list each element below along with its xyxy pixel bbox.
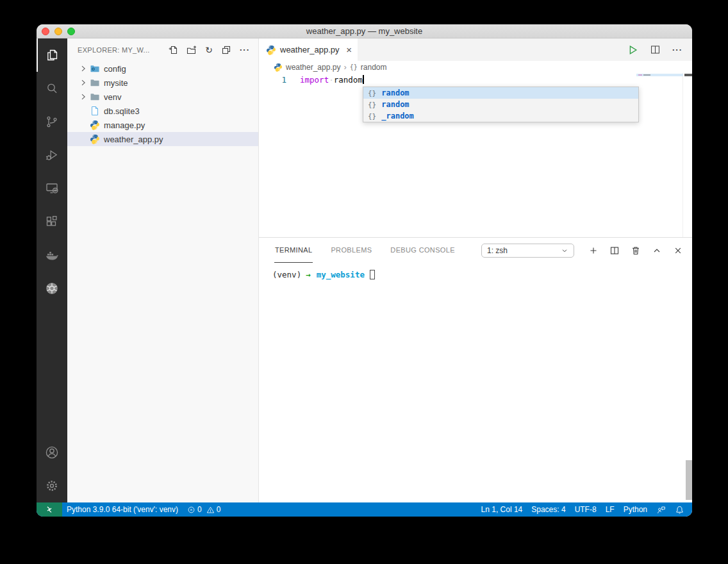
accounts-icon[interactable] bbox=[37, 436, 67, 469]
breadcrumb-symbol[interactable]: random bbox=[361, 63, 387, 72]
suggest-label: random bbox=[381, 100, 409, 109]
terminal-shell-select[interactable]: 1: zsh bbox=[481, 244, 574, 258]
line-number: 1 bbox=[259, 74, 286, 86]
notifications-bell-icon[interactable] bbox=[670, 502, 689, 517]
folder-icon bbox=[90, 92, 100, 102]
more-editor-actions-icon[interactable]: ··· bbox=[672, 46, 682, 54]
title-bar: weather_app.py — my_website bbox=[37, 24, 692, 38]
panel-tabs: TERMINAL PROBLEMS DEBUG CONSOLE bbox=[274, 238, 456, 263]
indentation-status[interactable]: Spaces: 4 bbox=[527, 502, 570, 517]
namespace-icon: {} bbox=[368, 112, 376, 120]
tree-item-label: weather_app.py bbox=[104, 135, 163, 144]
tree-item-db-sqlite3[interactable]: db.sqlite3 bbox=[67, 104, 258, 118]
close-tab-icon[interactable]: × bbox=[346, 45, 352, 54]
collapse-folders-icon[interactable] bbox=[221, 45, 231, 55]
workbench: EXPLORER: MY_W... ↻ ··· config bbox=[37, 38, 692, 502]
terminal-view[interactable]: (venv) → my_website bbox=[259, 263, 692, 502]
terminal-prompt-line: (venv) → my_website bbox=[272, 269, 692, 280]
folder-icon bbox=[90, 78, 100, 88]
tab-weather-app-py[interactable]: weather_app.py × bbox=[259, 38, 358, 61]
indent-spacer bbox=[78, 106, 88, 116]
code-module: random bbox=[334, 75, 363, 85]
chevron-right-icon[interactable] bbox=[78, 92, 88, 102]
text-cursor bbox=[363, 75, 364, 84]
breadcrumb-file[interactable]: weather_app.py bbox=[286, 63, 340, 72]
close-panel-icon[interactable] bbox=[673, 245, 683, 256]
chevron-right-icon[interactable] bbox=[78, 63, 88, 74]
minimap-current-line bbox=[636, 74, 683, 76]
namespace-icon: {} bbox=[368, 101, 376, 109]
maximize-panel-icon[interactable] bbox=[652, 245, 662, 256]
terminal-venv: (venv) bbox=[272, 269, 301, 280]
indent-spacer bbox=[78, 120, 88, 130]
warning-icon bbox=[206, 506, 215, 514]
breadcrumb: weather_app.py › {} random bbox=[259, 61, 692, 73]
vscode-window: weather_app.py — my_website bbox=[37, 24, 692, 517]
run-python-file-icon[interactable] bbox=[627, 44, 638, 56]
language-mode-status[interactable]: Python bbox=[619, 502, 652, 517]
terminal-cursor bbox=[370, 270, 375, 279]
suggest-label: random bbox=[381, 88, 409, 97]
namespace-icon: {} bbox=[350, 63, 358, 70]
feedback-icon[interactable] bbox=[652, 502, 670, 517]
overview-ruler-cursor-mark bbox=[684, 74, 692, 76]
window-title: weather_app.py — my_website bbox=[37, 24, 692, 38]
tree-item-weather-app-py[interactable]: weather_app.py bbox=[67, 132, 258, 146]
explorer-title: EXPLORER: MY_W... bbox=[78, 46, 168, 54]
remote-indicator[interactable] bbox=[37, 502, 62, 517]
python-file-icon bbox=[266, 45, 276, 55]
namespace-icon: {} bbox=[368, 89, 376, 97]
tree-item-config[interactable]: config bbox=[67, 62, 258, 76]
status-bar: Python 3.9.0 64-bit ('venv': venv) 0 0 L… bbox=[37, 502, 692, 517]
kubernetes-icon[interactable] bbox=[37, 272, 67, 305]
suggest-item[interactable]: {} random bbox=[363, 87, 638, 99]
eol-status[interactable]: LF bbox=[601, 502, 619, 517]
python-file-icon bbox=[90, 120, 100, 130]
python-file-icon bbox=[274, 63, 283, 72]
tab-label: weather_app.py bbox=[280, 45, 340, 54]
docker-icon[interactable] bbox=[37, 238, 67, 272]
source-control-icon[interactable] bbox=[37, 105, 67, 138]
code-keyword: import bbox=[300, 75, 329, 85]
python-interpreter-status[interactable]: Python 3.9.0 64-bit ('venv': venv) bbox=[62, 502, 183, 517]
suggest-item[interactable]: {} random bbox=[363, 99, 638, 110]
chevron-right-icon[interactable] bbox=[78, 78, 88, 88]
cursor-position-status[interactable]: Ln 1, Col 14 bbox=[477, 502, 527, 517]
refresh-explorer-icon[interactable]: ↻ bbox=[205, 46, 213, 54]
panel-actions bbox=[588, 245, 683, 256]
code-editor[interactable]: 1 import·random {} random {} random {} _… bbox=[259, 73, 692, 237]
tab-problems[interactable]: PROBLEMS bbox=[330, 238, 372, 263]
editor-tab-bar: weather_app.py × ··· bbox=[259, 38, 692, 61]
kill-terminal-icon[interactable] bbox=[631, 245, 641, 256]
panel-scrollbar[interactable] bbox=[686, 460, 692, 500]
terminal-arrow: → bbox=[306, 269, 311, 280]
new-terminal-icon[interactable] bbox=[588, 245, 599, 256]
remote-explorer-icon[interactable] bbox=[37, 172, 67, 205]
settings-gear-icon[interactable] bbox=[37, 469, 67, 502]
extensions-icon[interactable] bbox=[37, 205, 67, 238]
tab-terminal[interactable]: TERMINAL bbox=[274, 238, 313, 263]
line-numbers: 1 bbox=[259, 73, 300, 237]
code-content: import·random bbox=[300, 73, 364, 237]
split-terminal-icon[interactable] bbox=[609, 245, 620, 256]
bottom-panel: TERMINAL PROBLEMS DEBUG CONSOLE 1: zsh bbox=[259, 237, 692, 502]
error-count: 0 bbox=[197, 505, 202, 514]
run-and-debug-icon[interactable] bbox=[37, 138, 67, 172]
search-icon[interactable] bbox=[37, 72, 67, 105]
new-folder-icon[interactable] bbox=[186, 45, 197, 55]
tab-debug-console[interactable]: DEBUG CONSOLE bbox=[390, 238, 456, 263]
encoding-status[interactable]: UTF-8 bbox=[570, 502, 601, 517]
panel-header: TERMINAL PROBLEMS DEBUG CONSOLE 1: zsh bbox=[259, 238, 692, 263]
more-actions-icon[interactable]: ··· bbox=[240, 46, 250, 54]
tree-item-venv[interactable]: venv bbox=[67, 90, 258, 104]
tree-item-label: venv bbox=[104, 92, 121, 102]
split-editor-icon[interactable] bbox=[650, 44, 661, 55]
whitespace-dot: · bbox=[329, 75, 334, 85]
tree-item-label: config bbox=[104, 64, 126, 74]
tree-item-manage-py[interactable]: manage.py bbox=[67, 118, 258, 132]
tree-item-mysite[interactable]: mysite bbox=[67, 76, 258, 90]
explorer-icon[interactable] bbox=[37, 38, 67, 72]
problems-status[interactable]: 0 0 bbox=[183, 502, 225, 517]
new-file-icon[interactable] bbox=[168, 45, 178, 55]
suggest-item[interactable]: {} _random bbox=[363, 110, 638, 122]
